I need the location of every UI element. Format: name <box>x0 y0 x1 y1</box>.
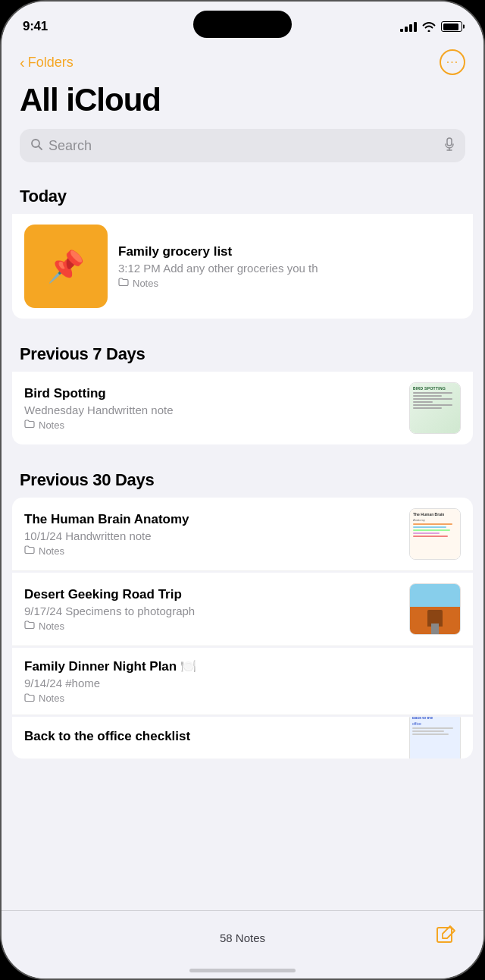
page-title-section: All iCloud <box>2 82 483 129</box>
note-desert-thumbnail <box>409 583 461 635</box>
nav-bar: ‹ Folders ··· <box>2 42 483 82</box>
folder-icon <box>24 693 35 704</box>
notes-content: Today 📌 Family grocery list 3:12 PM Add … <box>2 173 483 834</box>
section-prev7-header: Previous 7 Days <box>2 331 483 372</box>
note-dinner-subtitle: 9/14/24 #home <box>24 677 461 689</box>
note-brain-title: The Human Brain Anatomy <box>24 512 399 527</box>
note-item-bird[interactable]: Bird Spotting Wednesday Handwritten note… <box>12 372 473 444</box>
note-item-desert[interactable]: Desert Geeking Road Trip 9/17/24 Specime… <box>12 573 473 646</box>
svg-rect-5 <box>437 928 452 942</box>
note-bird-content: Bird Spotting Wednesday Handwritten note… <box>24 386 399 431</box>
search-container: Search <box>2 129 483 173</box>
note-desert-title: Desert Geeking Road Trip <box>24 587 399 602</box>
note-brain-subtitle: 10/1/24 Handwritten note <box>24 529 399 542</box>
note-dinner-title: Family Dinner Night Plan 🍽️ <box>24 658 461 674</box>
note-bird-folder-name: Notes <box>39 419 64 431</box>
note-bird-thumbnail: Bird Spotting <box>409 382 461 434</box>
status-time: 9:41 <box>23 19 48 34</box>
note-dinner-content: Family Dinner Night Plan 🍽️ 9/14/24 #hom… <box>24 658 461 704</box>
more-dots-icon: ··· <box>446 56 458 68</box>
note-item-office[interactable]: Back to the office checklist Back to the… <box>12 717 473 759</box>
page-title: All iCloud <box>20 82 465 118</box>
note-item-grocery[interactable]: 📌 Family grocery list 3:12 PM Add any ot… <box>12 214 473 319</box>
dynamic-island <box>193 11 292 38</box>
section-today-header: Today <box>2 173 483 214</box>
wifi-icon <box>422 22 436 32</box>
today-notes-list: 📌 Family grocery list 3:12 PM Add any ot… <box>2 214 483 319</box>
signal-bar-3 <box>409 24 412 32</box>
note-office-thumbnail: Back to the office <box>409 717 461 759</box>
section-prev7-title: Previous 7 Days <box>20 344 145 363</box>
note-office-title: Back to the office checklist <box>24 729 399 744</box>
note-dinner-folder: Notes <box>24 693 461 704</box>
note-grocery-title: Family grocery list <box>118 244 461 259</box>
section-today-title: Today <box>20 187 67 206</box>
prev7-notes-list: Bird Spotting Wednesday Handwritten note… <box>2 372 483 444</box>
note-desert-content: Desert Geeking Road Trip 9/17/24 Specime… <box>24 587 399 632</box>
home-indicator <box>189 969 296 972</box>
note-brain-folder: Notes <box>24 545 399 557</box>
battery-icon <box>441 21 462 32</box>
notes-count: 58 Notes <box>55 931 430 944</box>
status-icons <box>400 21 462 32</box>
note-bird-subtitle: Wednesday Handwritten note <box>24 404 399 416</box>
note-bird-title: Bird Spotting <box>24 386 399 401</box>
folder-icon <box>24 545 35 556</box>
note-item-dinner[interactable]: Family Dinner Night Plan 🍽️ 9/14/24 #hom… <box>12 648 473 715</box>
folder-icon <box>118 278 129 288</box>
pin-icon: 📌 <box>47 249 85 284</box>
note-dinner-folder-name: Notes <box>39 693 64 704</box>
note-brain-thumbnail: The Human Brain Anatomy <box>409 508 461 560</box>
phone-shell: 9:41 ‹ Folders ··· <box>0 0 485 980</box>
note-grocery-folder-name: Notes <box>133 278 158 289</box>
compose-icon <box>435 925 456 951</box>
pin-thumbnail: 📌 <box>24 225 108 308</box>
search-input[interactable]: Search <box>48 138 438 154</box>
section-prev30-title: Previous 30 Days <box>20 470 154 489</box>
signal-bar-2 <box>405 27 408 32</box>
svg-line-1 <box>39 146 42 149</box>
signal-bar-4 <box>414 22 417 32</box>
note-brain-folder-name: Notes <box>39 545 64 557</box>
compose-button[interactable] <box>430 923 461 953</box>
search-bar[interactable]: Search <box>20 129 465 162</box>
note-grocery-folder: Notes <box>118 278 461 289</box>
back-button[interactable]: ‹ Folders <box>20 54 74 71</box>
note-desert-subtitle: 9/17/24 Specimens to photograph <box>24 605 399 617</box>
svg-rect-2 <box>447 138 452 146</box>
note-desert-folder-name: Notes <box>39 620 64 632</box>
note-grocery-subtitle: 3:12 PM Add any other groceries you th <box>118 262 461 275</box>
microphone-icon[interactable] <box>444 137 455 155</box>
note-item-brain[interactable]: The Human Brain Anatomy 10/1/24 Handwrit… <box>12 498 473 571</box>
note-bird-folder: Notes <box>24 419 399 431</box>
back-label: Folders <box>28 55 74 71</box>
more-button[interactable]: ··· <box>440 49 465 75</box>
folder-icon <box>24 419 35 430</box>
search-icon <box>30 138 42 154</box>
section-prev30-header: Previous 30 Days <box>2 457 483 498</box>
signal-bar-1 <box>400 29 403 32</box>
battery-fill <box>443 24 459 30</box>
prev30-notes-list: The Human Brain Anatomy 10/1/24 Handwrit… <box>2 498 483 759</box>
signal-bars-icon <box>400 21 417 32</box>
note-grocery-content: Family grocery list 3:12 PM Add any othe… <box>118 244 461 289</box>
note-desert-folder: Notes <box>24 620 399 632</box>
note-office-content: Back to the office checklist <box>24 729 399 746</box>
folder-icon <box>24 620 35 631</box>
note-brain-content: The Human Brain Anatomy 10/1/24 Handwrit… <box>24 512 399 557</box>
back-chevron-icon: ‹ <box>20 54 25 71</box>
